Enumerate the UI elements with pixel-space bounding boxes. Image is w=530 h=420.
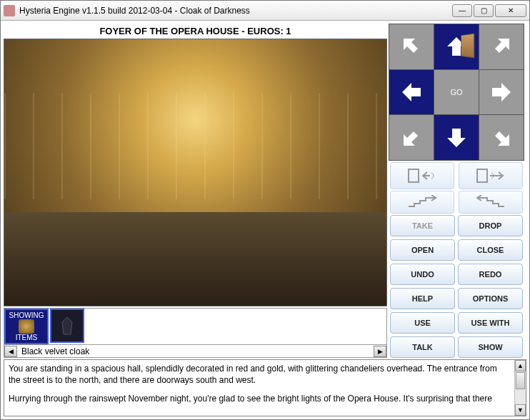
compass-s[interactable] [434,115,479,160]
enter-exit-row [389,162,524,189]
scroll-track[interactable] [515,390,526,404]
compass-sw[interactable] [389,115,434,160]
arrow-w-icon [399,80,424,104]
take-button[interactable]: TAKE [390,215,455,236]
use-button[interactable]: USE [390,312,455,334]
stairs-up-button[interactable] [390,191,454,214]
svg-rect-1 [477,169,487,182]
stairs-row [389,191,524,214]
drop-button[interactable]: DROP [458,215,523,236]
inventory-item-cloak[interactable] [50,309,84,343]
window-title: Hysteria Engine v1.1.5 build 2012-03-04 … [19,6,452,16]
compass-go[interactable]: GO [434,70,479,115]
maximize-button[interactable]: ▢ [474,4,494,17]
compass-se[interactable] [479,115,524,160]
action-grid: TAKE DROP OPEN CLOSE UNDO REDO HELP OPTI… [389,215,524,358]
arrow-s-icon [444,126,469,150]
inventory-mode-label[interactable]: SHOWING ITEMS [4,309,49,344]
scroll-thumb[interactable] [516,372,525,389]
arrow-nw-icon [399,34,424,59]
compass-n[interactable] [434,24,479,69]
inventory-row: SHOWING ITEMS [4,308,387,345]
arrow-se-icon [489,126,514,150]
compass-e[interactable] [479,70,524,115]
close-button-action[interactable]: CLOSE [458,239,523,261]
inventory-scroll-right[interactable]: ▶ [374,346,386,357]
minimize-button[interactable]: — [452,4,472,17]
inventory-scroll-left[interactable]: ◀ [4,346,17,357]
stairs-down-button[interactable] [459,191,523,214]
usewith-button[interactable]: USE WITH [458,312,523,334]
scene-title: FOYER OF THE OPERA HOUSE - EUROS: 1 [4,24,387,39]
item-name-row: ◀ Black velvet cloak ▶ [4,345,387,358]
scene-image [4,39,387,306]
content-area: FOYER OF THE OPERA HOUSE - EUROS: 1 SHOW… [1,21,529,419]
help-button[interactable]: HELP [390,288,455,309]
compass-nw[interactable] [389,24,434,69]
exit-icon [473,167,509,184]
show-button[interactable]: SHOW [458,336,523,358]
door-icon [461,34,474,59]
right-column: GO TAKE DROP OPEN [389,24,524,358]
story-paragraph: Hurrying through the rainswept November … [9,393,510,404]
close-button[interactable]: ✕ [495,4,526,17]
options-button[interactable]: OPTIONS [458,288,523,309]
app-icon [4,5,15,16]
enter-button[interactable] [390,162,454,189]
scroll-down-button[interactable]: ▼ [515,404,526,416]
undo-button[interactable]: UNDO [390,264,455,285]
redo-button[interactable]: REDO [458,264,523,285]
stairs-up-icon [404,195,440,209]
story-scrollbar[interactable]: ▲ ▼ [514,360,526,416]
left-column: FOYER OF THE OPERA HOUSE - EUROS: 1 SHOW… [4,24,387,358]
svg-rect-0 [409,169,419,182]
arrow-ne-icon [489,34,514,59]
compass-ne[interactable] [479,24,524,69]
upper-panel: FOYER OF THE OPERA HOUSE - EUROS: 1 SHOW… [4,24,526,358]
enter-icon [404,167,440,184]
open-button[interactable]: OPEN [390,239,455,261]
scroll-up-button[interactable]: ▲ [515,360,526,371]
inventory-label-top: SHOWING [9,311,44,319]
app-window: Hysteria Engine v1.1.5 build 2012-03-04 … [0,0,530,420]
compass-grid: GO [389,24,524,161]
exit-button[interactable] [459,162,523,189]
stairs-down-icon [473,195,509,209]
arrow-e-icon [489,80,514,104]
go-label: GO [450,88,462,96]
selected-item-name: Black velvet cloak [17,346,374,356]
arrow-sw-icon [399,126,424,150]
cloak-icon [56,315,78,336]
story-paragraph: You are standing in a spacious hall, spl… [9,363,510,386]
titlebar[interactable]: Hysteria Engine v1.1.5 build 2012-03-04 … [1,1,529,21]
backpack-icon [19,319,34,334]
inventory-label-bottom: ITEMS [16,334,38,341]
talk-button[interactable]: TALK [390,336,455,358]
story-panel: You are standing in a spacious hall, spl… [4,359,526,416]
story-text: You are standing in a spacious hall, spl… [9,363,510,405]
window-controls: — ▢ ✕ [452,4,526,17]
compass-w[interactable] [389,70,434,115]
